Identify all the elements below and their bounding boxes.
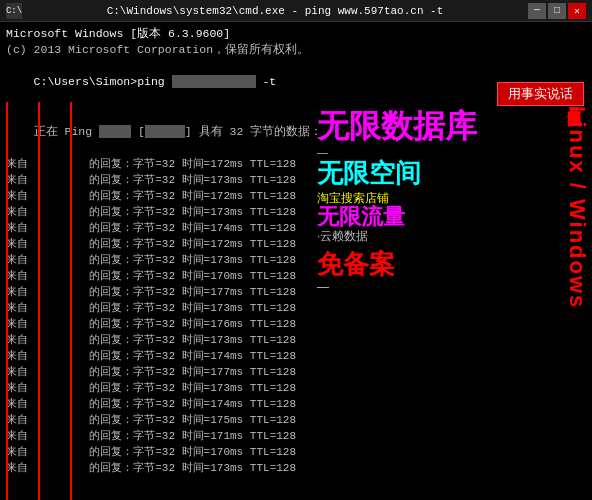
ping-row: 来自 的回复：字节=32 时间=173ms TTL=128 bbox=[6, 204, 586, 220]
ping-row: 来自 的回复：字节=32 时间=173ms TTL=128 bbox=[6, 460, 586, 476]
ping-row: 来自 的回复：字节=32 时间=171ms TTL=128 bbox=[6, 428, 586, 444]
ping-suffix: -t bbox=[256, 75, 277, 88]
ping-header: 正在 Ping [] 具有 32 字节的数据： bbox=[6, 108, 586, 156]
ping-row: 来自 的回复：字节=32 时间=174ms TTL=128 bbox=[6, 396, 586, 412]
ping-rows: 来自 的回复：字节=32 时间=172ms TTL=128来自 的回复：字节=3… bbox=[6, 156, 586, 476]
ping-row: 来自 的回复：字节=32 时间=173ms TTL=128 bbox=[6, 172, 586, 188]
promo-left-block: 无限数据库 — 无限空间 淘宝搜索店铺 无限流量 ·云赖数据 免备案 — bbox=[317, 110, 487, 295]
ping-row: 来自 的回复：字节=32 时间=176ms TTL=128 bbox=[6, 316, 586, 332]
ping-row: 来自 的回复：字节=32 时间=172ms TTL=128 bbox=[6, 236, 586, 252]
ping-row: 来自 的回复：字节=32 时间=173ms TTL=128 bbox=[6, 332, 586, 348]
title-bar-text: C:\Windows\system32\cmd.exe - ping www.5… bbox=[22, 5, 528, 17]
ping-row: 来自 的回复：字节=32 时间=170ms TTL=128 bbox=[6, 444, 586, 460]
close-button[interactable]: ✕ bbox=[568, 3, 586, 19]
ping-row: 来自 的回复：字节=32 时间=177ms TTL=128 bbox=[6, 364, 586, 380]
ping-row: 来自 的回复：字节=32 时间=174ms TTL=128 bbox=[6, 348, 586, 364]
promo-unlimited-space: 无限空间 bbox=[317, 160, 487, 186]
promo-unlimited-db: 无限数据库 bbox=[317, 110, 487, 142]
sys-line-1: Microsoft Windows [版本 6.3.9600] bbox=[6, 26, 586, 42]
ping-row: 来自 的回复：字节=32 时间=173ms TTL=128 bbox=[6, 252, 586, 268]
title-bar-buttons: ─ □ ✕ bbox=[528, 3, 586, 19]
ping-row: 来自 的回复：字节=32 时间=177ms TTL=128 bbox=[6, 284, 586, 300]
cmd-icon: C:\ bbox=[6, 3, 22, 19]
promo-sep2: — bbox=[317, 279, 487, 295]
maximize-button[interactable]: □ bbox=[548, 3, 566, 19]
promo-right-block: 云依赖美国 Linux / Windows bbox=[566, 97, 588, 309]
ping-row: 来自 的回复：字节=32 时间=170ms TTL=128 bbox=[6, 268, 586, 284]
ping-row: 来自 的回复：字节=32 时间=173ms TTL=128 bbox=[6, 380, 586, 396]
ping-row: 来自 的回复：字节=32 时间=173ms TTL=128 bbox=[6, 300, 586, 316]
ping-row: 来自 的回复：字节=32 时间=172ms TTL=128 bbox=[6, 156, 586, 172]
promo-unlimited-flow: 无限流量 bbox=[317, 206, 487, 228]
host-hidden bbox=[172, 75, 256, 88]
promo-linux-windows: Linux / Windows bbox=[566, 106, 588, 309]
ping-row: 来自 的回复：字节=32 时间=175ms TTL=128 bbox=[6, 412, 586, 428]
title-bar: C:\ C:\Windows\system32\cmd.exe - ping w… bbox=[0, 0, 592, 22]
prompt: C:\Users\Simon>ping bbox=[34, 75, 172, 88]
ping-row: 来自 的回复：字节=32 时间=172ms TTL=128 bbox=[6, 188, 586, 204]
minimize-button[interactable]: ─ bbox=[528, 3, 546, 19]
promo-sub2: ·云赖数据 bbox=[317, 228, 487, 244]
promo-cloud-text: 云依赖美国 bbox=[566, 97, 581, 102]
sys-line-2: (c) 2013 Microsoft Corporation，保留所有权利。 bbox=[6, 42, 586, 58]
promo-free-backup: 免备案 bbox=[317, 250, 487, 279]
ping-row: 来自 的回复：字节=32 时间=174ms TTL=128 bbox=[6, 220, 586, 236]
cmd-body: Microsoft Windows [版本 6.3.9600] (c) 2013… bbox=[0, 22, 592, 500]
